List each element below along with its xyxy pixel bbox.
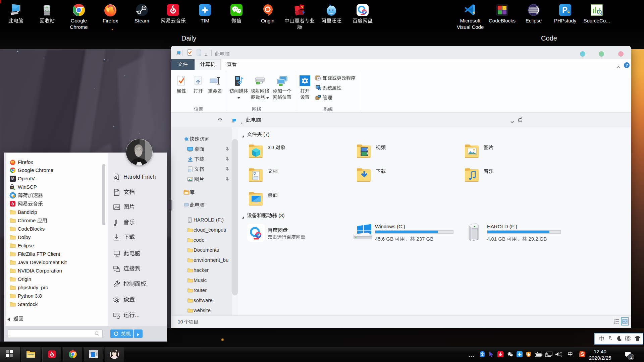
svg-text:IV: IV <box>11 177 14 181</box>
svg-text:?: ? <box>626 63 628 68</box>
svg-text:P: P <box>562 5 568 14</box>
